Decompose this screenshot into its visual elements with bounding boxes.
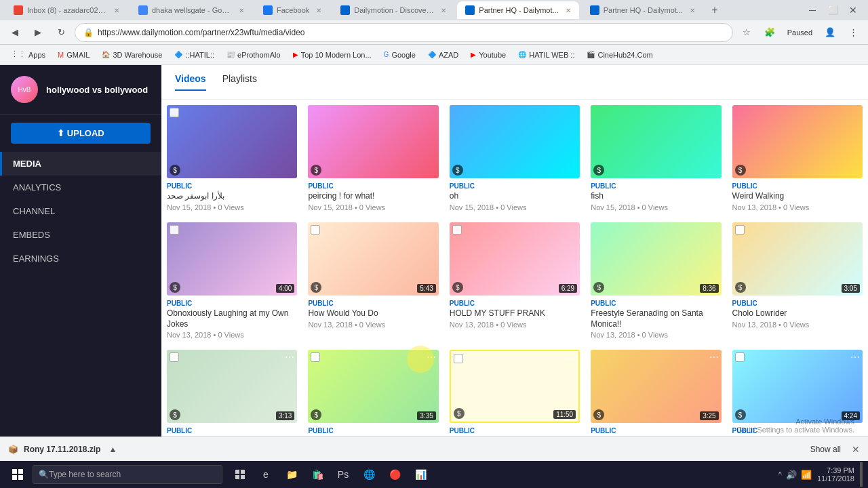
video-card-10[interactable]: $ 3:05 PUBLIC Cholo Lowrider Nov 13, 201… bbox=[727, 217, 868, 344]
video-status: PUBLIC bbox=[591, 427, 721, 434]
store-button[interactable]: 🛍️ bbox=[305, 462, 330, 487]
tab-partner1[interactable]: Partner HQ - Dailymot... ✕ bbox=[457, 1, 578, 19]
video-checkbox[interactable] bbox=[170, 108, 179, 117]
clock[interactable]: 7:39 PM 11/17/2018 bbox=[817, 466, 854, 483]
video-card-8[interactable]: $ 6:29 PUBLIC HOLD MY STUFF PRANK Nov 13… bbox=[444, 217, 585, 344]
bookmark-apps[interactable]: ⋮⋮ Apps bbox=[5, 47, 51, 63]
azad-label: AZAD bbox=[439, 51, 458, 59]
task-view-button[interactable] bbox=[228, 462, 252, 487]
download-chevron-icon[interactable]: ▲ bbox=[108, 445, 117, 454]
video-duration: 3:35 bbox=[417, 411, 435, 420]
tab-close-gmail[interactable]: ✕ bbox=[114, 7, 119, 14]
url-bar[interactable]: 🔒 https://www.dailymotion.com/partner/x2… bbox=[75, 23, 733, 42]
video-options-icon[interactable]: ⋯ bbox=[566, 354, 576, 363]
youtube-label: Youtube bbox=[479, 51, 506, 59]
sidebar-item-media[interactable]: MEDIA bbox=[0, 152, 161, 176]
monetization-icon: $ bbox=[311, 282, 321, 293]
download-bar: 📦 Rony 17.11.2018.zip ▲ Show all ✕ bbox=[0, 436, 868, 461]
video-options-icon[interactable]: ⋯ bbox=[850, 352, 860, 362]
video-checkbox[interactable] bbox=[452, 225, 462, 235]
tab-google[interactable]: dhaka wellsgate - Goo... ✕ bbox=[130, 1, 252, 19]
bookmark-gmail[interactable]: M GMAIL bbox=[52, 47, 95, 63]
bookmark-eprothom[interactable]: 📰 eProthomAlo bbox=[221, 47, 286, 63]
forward-button[interactable]: ▶ bbox=[28, 23, 47, 42]
video-card-6[interactable]: $ 4:00 PUBLIC Obnoxiously Laughing at my… bbox=[161, 217, 302, 344]
tab-partner2[interactable]: Partner HQ - Dailymot... ✕ bbox=[582, 1, 703, 19]
monetization-icon: $ bbox=[452, 282, 463, 293]
video-meta: Nov 13, 2018 • 0 Views bbox=[450, 321, 580, 329]
video-thumbnail: $ 6:29 bbox=[450, 222, 580, 296]
back-button[interactable]: ◀ bbox=[5, 23, 24, 42]
start-button[interactable] bbox=[5, 462, 30, 487]
video-checkbox[interactable] bbox=[170, 352, 179, 362]
video-options-icon[interactable]: ⋯ bbox=[709, 352, 719, 362]
speaker-icon[interactable]: 🔊 bbox=[786, 470, 797, 480]
menu-button[interactable]: ⋮ bbox=[844, 23, 863, 42]
close-button[interactable]: ✕ bbox=[844, 1, 863, 20]
video-card-7[interactable]: $ 5:43 PUBLIC How Would You Do Nov 13, 2… bbox=[302, 217, 443, 344]
bookmark-cinehub[interactable]: 🎬 CineHub24.Com bbox=[581, 47, 658, 63]
tab-close-partner1[interactable]: ✕ bbox=[566, 7, 571, 14]
taskbar-search[interactable]: 🔍 Type here to search bbox=[33, 465, 222, 484]
chrome-button[interactable]: 🌐 bbox=[357, 462, 381, 487]
tab-facebook[interactable]: Facebook ✕ bbox=[255, 1, 330, 19]
video-options-icon[interactable]: ⋯ bbox=[285, 352, 294, 362]
extensions-button[interactable]: 🧩 bbox=[760, 23, 779, 42]
video-checkbox[interactable] bbox=[735, 352, 745, 362]
apps-icon: ⋮⋮ bbox=[11, 50, 26, 59]
youtube-favicon: ▶ bbox=[471, 51, 476, 58]
video-card-2[interactable]: $ PUBLIC peircing ! for what! Nov 15, 20… bbox=[302, 100, 443, 217]
sidebar-item-earnings[interactable]: EARNINGS bbox=[0, 247, 161, 270]
upload-button[interactable]: ⬆ UPLOAD bbox=[11, 123, 151, 144]
video-checkbox[interactable] bbox=[735, 225, 745, 235]
new-tab-button[interactable]: + bbox=[706, 1, 724, 19]
tab-gmail[interactable]: Inbox (8) - azadarc02@... ✕ bbox=[5, 1, 127, 19]
minimize-button[interactable]: ─ bbox=[803, 1, 822, 20]
monetization-icon: $ bbox=[593, 282, 604, 293]
video-card-3[interactable]: $ PUBLIC oh Nov 15, 2018 • 0 Views bbox=[444, 100, 585, 217]
bookmark-star[interactable]: ☆ bbox=[737, 23, 756, 42]
tab-dailymotion[interactable]: Dailymotion - Discover... ✕ bbox=[332, 1, 454, 19]
bookmark-google[interactable]: G Google bbox=[378, 47, 421, 63]
bookmark-top10[interactable]: ▶ Top 10 Modern Lon... bbox=[288, 47, 377, 63]
video-title: peircing ! for what! bbox=[308, 191, 438, 202]
ps-button[interactable]: Ps bbox=[331, 462, 355, 487]
bookmark-azad[interactable]: 🔷 AZAD bbox=[422, 47, 464, 63]
azad-favicon: 🔷 bbox=[428, 51, 436, 58]
show-desktop-button[interactable] bbox=[860, 462, 863, 487]
refresh-button[interactable]: ↻ bbox=[52, 23, 71, 42]
bookmark-hatilweb[interactable]: 🌐 HATIL WEB :: bbox=[513, 47, 580, 63]
sidebar-item-analytics[interactable]: ANALYTICS bbox=[0, 176, 161, 199]
maximize-button[interactable]: ⬜ bbox=[823, 1, 842, 20]
video-card-9[interactable]: $ 8:36 PUBLIC Freestyle Seranading on Sa… bbox=[585, 217, 726, 344]
video-checkbox[interactable] bbox=[170, 225, 179, 235]
video-checkbox[interactable] bbox=[311, 352, 320, 362]
video-thumbnail: $ bbox=[308, 105, 438, 178]
extra-icon1[interactable]: 🔴 bbox=[382, 462, 407, 487]
sidebar-item-channel[interactable]: CHANNEL bbox=[0, 199, 161, 223]
network-icon[interactable]: 📶 bbox=[801, 470, 812, 480]
tab-playlists[interactable]: Playlists bbox=[222, 73, 257, 91]
bookmark-3d[interactable]: 🏠 3D Warehouse bbox=[96, 47, 167, 63]
explorer-button[interactable]: 📁 bbox=[279, 462, 304, 487]
extra-icon2[interactable]: 📊 bbox=[408, 462, 433, 487]
profile-button[interactable]: 👤 bbox=[821, 23, 840, 42]
tab-close-google[interactable]: ✕ bbox=[239, 7, 244, 14]
edge-button[interactable]: e bbox=[254, 462, 278, 487]
sidebar-item-embeds[interactable]: EMBEDS bbox=[0, 223, 161, 247]
video-card-1[interactable]: $ PUBLIC بلأرا ابوسفر صحد Nov 15, 2018 •… bbox=[161, 100, 302, 217]
video-options-icon[interactable]: ⋯ bbox=[427, 352, 436, 362]
tab-close-partner2[interactable]: ✕ bbox=[690, 7, 695, 14]
bookmark-hatil[interactable]: 🔷 ::HATIL:: bbox=[169, 47, 220, 63]
tab-videos[interactable]: Videos bbox=[175, 73, 206, 91]
video-card-5[interactable]: $ PUBLIC Weird Walking Nov 13, 2018 • 0 … bbox=[727, 100, 868, 217]
tab-close-facebook[interactable]: ✕ bbox=[316, 7, 321, 14]
tab-close-dailymotion[interactable]: ✕ bbox=[441, 7, 446, 14]
video-checkbox[interactable] bbox=[454, 354, 463, 363]
download-close-button[interactable]: ✕ bbox=[852, 444, 860, 455]
video-card-4[interactable]: $ PUBLIC fish Nov 15, 2018 • 0 Views bbox=[585, 100, 726, 217]
video-checkbox[interactable] bbox=[311, 225, 320, 235]
video-meta: Nov 13, 2018 • 0 Views bbox=[308, 321, 438, 329]
bookmark-youtube[interactable]: ▶ Youtube bbox=[465, 47, 511, 63]
show-all-button[interactable]: Show all bbox=[805, 442, 846, 457]
